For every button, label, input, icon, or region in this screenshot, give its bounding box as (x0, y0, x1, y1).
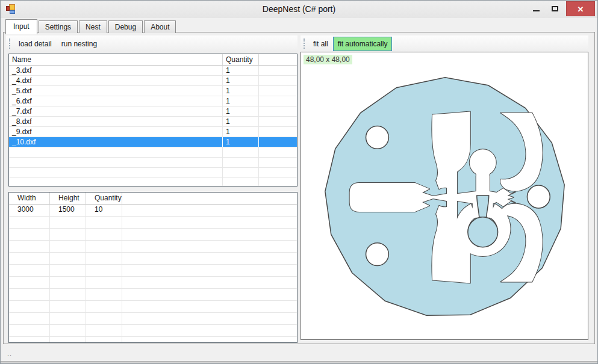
table-row[interactable]: _5.dxf1 (9, 86, 297, 96)
empty-row (9, 289, 297, 301)
table-row[interactable]: 3000150010 (9, 205, 297, 217)
empty-cell (259, 178, 297, 187)
cell-name[interactable]: _7.dxf (9, 106, 223, 116)
part-preview-panel[interactable]: 48,00 x 48,00 (301, 52, 588, 340)
tab-nest[interactable]: Nest (79, 20, 107, 33)
empty-cell (9, 168, 223, 177)
cell-qty[interactable]: 10 (86, 205, 122, 216)
empty-cell (122, 229, 297, 240)
cell-name[interactable]: _6.dxf (9, 96, 223, 106)
empty-cell (122, 253, 297, 264)
column-header-quantity[interactable]: Quantity (223, 54, 259, 65)
fit-automatically-button[interactable]: fit automatically (333, 37, 393, 51)
empty-cell (259, 158, 297, 167)
empty-cell (122, 277, 297, 288)
cell-qty[interactable]: 1 (223, 66, 259, 75)
cell-filler (259, 96, 297, 106)
empty-cell (9, 158, 223, 167)
empty-cell (86, 217, 122, 228)
column-header-name[interactable]: Name (9, 54, 223, 65)
empty-cell (259, 168, 297, 177)
empty-cell (9, 277, 50, 288)
empty-cell (86, 337, 122, 343)
empty-cell (50, 217, 86, 228)
grid-header: WidthHeightQuantity (9, 193, 297, 205)
empty-cell (122, 265, 297, 276)
column-header-height[interactable]: Height (50, 193, 86, 204)
sheets-grid[interactable]: WidthHeightQuantity3000150010 (8, 192, 297, 343)
maximize-button[interactable] (546, 1, 563, 16)
cell-qty[interactable]: 1 (223, 86, 259, 96)
table-row[interactable]: _4.dxf1 (9, 76, 297, 86)
empty-cell (50, 337, 86, 343)
tab-input[interactable]: Input (5, 19, 37, 34)
tab-debug[interactable]: Debug (108, 20, 143, 33)
table-row[interactable]: _7.dxf1 (9, 106, 297, 117)
cell-filler (122, 205, 297, 216)
tabstrip: InputSettingsNestDebugAbout (5, 19, 177, 33)
empty-cell (9, 325, 50, 336)
cell-qty[interactable]: 1 (223, 117, 259, 126)
empty-cell (9, 313, 50, 324)
parts-grid[interactable]: NameQuantity_3.dxf1_4.dxf1_5.dxf1_6.dxf1… (8, 54, 297, 187)
empty-cell (9, 229, 50, 240)
empty-cell (86, 277, 122, 288)
cell-qty[interactable]: 1 (223, 137, 259, 147)
empty-row (9, 325, 297, 337)
table-row[interactable]: _8.dxf1 (9, 117, 297, 127)
table-row[interactable]: _10.dxf1 (9, 137, 297, 147)
empty-cell (50, 289, 86, 300)
cell-qty[interactable]: 1 (223, 96, 259, 106)
empty-cell (223, 158, 259, 167)
empty-cell (9, 178, 223, 187)
cell-name[interactable]: _8.dxf (9, 117, 223, 126)
minimize-icon (533, 10, 540, 11)
tab-about[interactable]: About (144, 20, 176, 33)
empty-row (9, 178, 297, 187)
table-row[interactable]: _6.dxf1 (9, 96, 297, 106)
part-preview-svg (301, 52, 588, 339)
close-icon: ✕ (578, 2, 584, 17)
cell-qty[interactable]: 1 (223, 106, 259, 116)
fit-all-button[interactable]: fit all (308, 37, 333, 51)
cell-filler (259, 127, 297, 137)
empty-cell (50, 253, 86, 264)
empty-row (9, 241, 297, 253)
empty-cell (223, 178, 259, 187)
cell-filler (259, 137, 297, 147)
cell-height[interactable]: 1500 (50, 205, 86, 216)
cell-filler (259, 117, 297, 126)
cell-name[interactable]: _5.dxf (9, 86, 223, 96)
empty-row (9, 253, 297, 265)
tab-settings[interactable]: Settings (39, 20, 78, 33)
cell-name[interactable]: _3.dxf (9, 66, 223, 75)
table-row[interactable]: _9.dxf1 (9, 127, 297, 137)
empty-cell (122, 241, 297, 252)
empty-cell (86, 253, 122, 264)
run-nesting-button[interactable]: run nesting (57, 37, 102, 51)
statusbar: .. (3, 345, 595, 360)
cell-width[interactable]: 3000 (9, 205, 50, 216)
empty-cell (9, 337, 50, 343)
empty-cell (86, 265, 122, 276)
cell-name[interactable]: _10.dxf (9, 137, 223, 147)
column-header-width[interactable]: Width (9, 193, 50, 204)
cell-qty[interactable]: 1 (223, 127, 259, 137)
empty-cell (122, 301, 297, 312)
minimize-button[interactable] (528, 1, 544, 16)
close-button[interactable]: ✕ (566, 1, 595, 16)
table-row[interactable]: _3.dxf1 (9, 66, 297, 76)
cell-qty[interactable]: 1 (223, 76, 259, 85)
column-header-quantity[interactable]: Quantity (86, 193, 122, 204)
right-toolbar: fit all fit automatically (301, 35, 588, 52)
cell-name[interactable]: _4.dxf (9, 76, 223, 85)
empty-row (9, 168, 297, 178)
grid-header: NameQuantity (9, 54, 297, 66)
cell-name[interactable]: _9.dxf (9, 127, 223, 137)
load-detail-button[interactable]: load detail (14, 37, 57, 51)
cell-filler (259, 66, 297, 75)
cell-filler (259, 76, 297, 85)
app-window: DeepNest (C# port) ✕ InputSettingsNestDe… (0, 0, 598, 364)
empty-cell (122, 217, 297, 228)
empty-cell (86, 229, 122, 240)
